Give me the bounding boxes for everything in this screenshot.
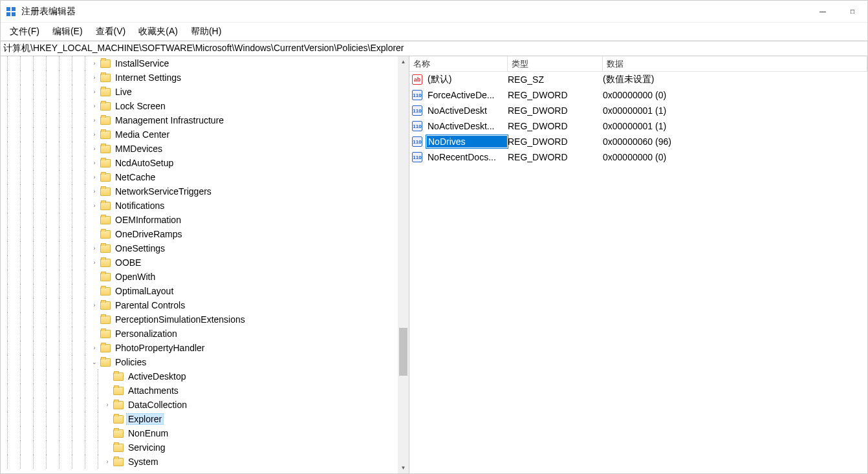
chevron-down-icon[interactable]: ⌄	[90, 358, 99, 367]
tree-node[interactable]: OptimalLayout	[1, 284, 398, 298]
tree-node[interactable]: ›NetworkServiceTriggers	[1, 184, 398, 199]
value-type: REG_DWORD	[508, 136, 603, 147]
folder-icon	[113, 458, 124, 466]
chevron-right-icon[interactable]: ›	[90, 73, 99, 82]
chevron-right-icon[interactable]: ›	[90, 201, 99, 210]
chevron-right-icon[interactable]: ›	[103, 400, 112, 409]
tree-node[interactable]: ›InstallService	[1, 56, 398, 70]
chevron-right-icon[interactable]: ›	[90, 102, 99, 111]
chevron-right-icon[interactable]: ›	[90, 173, 99, 182]
reg-sz-icon: ab	[412, 74, 422, 85]
tree-node[interactable]: PerceptionSimulationExtensions	[1, 312, 398, 327]
col-type[interactable]: 类型	[508, 56, 603, 71]
chevron-right-icon[interactable]: ›	[90, 130, 99, 139]
chevron-right-icon[interactable]: ›	[103, 457, 112, 466]
folder-icon	[100, 74, 111, 82]
tree-node-label: Parental Controls	[113, 299, 187, 311]
values-list[interactable]: ab(默认)REG_SZ(数值未设置)110ForceActiveDe...RE…	[409, 72, 867, 473]
address-bar[interactable]: 计算机\HKEY_LOCAL_MACHINE\SOFTWARE\Microsof…	[1, 41, 867, 56]
tree-node[interactable]: ›OneSettings	[1, 241, 398, 255]
tree-node-label: Live	[113, 86, 134, 98]
tree-node[interactable]: ›OOBE	[1, 255, 398, 270]
tree-node-label: InstallService	[113, 58, 171, 69]
tree-node[interactable]: ›Notifications	[1, 199, 398, 213]
main-split: ›InstallService›Internet Settings›Live›L…	[1, 56, 867, 473]
folder-icon	[113, 415, 124, 424]
tree-node[interactable]: ›NcdAutoSetup	[1, 156, 398, 170]
scroll-down-icon[interactable]: ▼	[398, 462, 409, 473]
tree-node[interactable]: ›Internet Settings	[1, 70, 398, 85]
chevron-right-icon[interactable]: ›	[90, 244, 99, 253]
value-data: 0x00000000 (0)	[603, 152, 867, 162]
value-row[interactable]: 110NoDrivesREG_DWORD0x00000060 (96)	[409, 134, 867, 149]
scroll-up-icon[interactable]: ▲	[398, 56, 409, 67]
tree-node[interactable]: ⌄Policies	[1, 355, 398, 369]
tree-node-label: PhotoPropertyHandler	[113, 342, 207, 354]
tree-node[interactable]: ›Live	[1, 85, 398, 99]
app-icon	[6, 6, 16, 17]
folder-icon	[100, 230, 111, 239]
menu-help[interactable]: 帮助(H)	[184, 23, 228, 40]
tree-node[interactable]: ›NetCache	[1, 170, 398, 184]
col-name[interactable]: 名称	[409, 56, 508, 71]
chevron-right-icon[interactable]: ›	[90, 187, 99, 196]
tree-node[interactable]: ›MMDevices	[1, 142, 398, 156]
chevron-right-icon[interactable]: ›	[90, 144, 99, 153]
tree-node[interactable]: ›Media Center	[1, 127, 398, 142]
tree-scrollbar[interactable]: ▲ ▼	[398, 56, 409, 473]
chevron-right-icon[interactable]: ›	[90, 301, 99, 310]
menu-file[interactable]: 文件(F)	[3, 23, 46, 40]
tree-node[interactable]: OneDriveRamps	[1, 227, 398, 241]
value-row[interactable]: ab(默认)REG_SZ(数值未设置)	[409, 72, 867, 87]
value-data: 0x00000001 (1)	[603, 105, 867, 116]
tree-node-label: Lock Screen	[113, 100, 168, 112]
value-row[interactable]: 110NoRecentDocs...REG_DWORD0x00000000 (0…	[409, 149, 867, 165]
scrollbar-thumb[interactable]	[399, 328, 407, 375]
chevron-right-icon[interactable]: ›	[90, 258, 99, 267]
tree-node-label: OpenWith	[113, 271, 157, 283]
tree-node[interactable]: ›System	[1, 455, 398, 469]
menu-edit[interactable]: 编辑(E)	[46, 23, 89, 40]
value-type: REG_DWORD	[508, 121, 603, 131]
tree-node[interactable]: ›Parental Controls	[1, 298, 398, 312]
col-data[interactable]: 数据	[603, 56, 867, 71]
tree-node-label: Attachments	[126, 385, 180, 396]
tree-node[interactable]: ActiveDesktop	[1, 369, 398, 383]
address-text: 计算机\HKEY_LOCAL_MACHINE\SOFTWARE\Microsof…	[3, 43, 404, 54]
tree-node-label: Personalization	[113, 328, 179, 339]
tree-node-label: Internet Settings	[113, 72, 183, 83]
registry-tree[interactable]: ›InstallService›Internet Settings›Live›L…	[1, 56, 398, 473]
menu-fav[interactable]: 收藏夹(A)	[132, 23, 184, 40]
tree-node-label: NcdAutoSetup	[113, 157, 175, 169]
folder-icon	[100, 173, 111, 182]
chevron-right-icon[interactable]: ›	[90, 343, 99, 352]
value-row[interactable]: 110ForceActiveDe...REG_DWORD0x00000000 (…	[409, 87, 867, 103]
chevron-right-icon[interactable]: ›	[90, 59, 99, 68]
value-row[interactable]: 110NoActiveDesktREG_DWORD0x00000001 (1)	[409, 103, 867, 118]
tree-node[interactable]: Explorer	[1, 412, 398, 426]
tree-node[interactable]: Personalization	[1, 327, 398, 341]
tree-node[interactable]: ›PhotoPropertyHandler	[1, 341, 398, 355]
chevron-right-icon[interactable]: ›	[90, 87, 99, 96]
tree-node[interactable]: ›Lock Screen	[1, 99, 398, 113]
folder-icon	[100, 145, 111, 153]
tree-node[interactable]: Servicing	[1, 440, 398, 455]
minimize-button[interactable]: —	[808, 1, 838, 23]
chevron-right-icon[interactable]: ›	[90, 158, 99, 167]
value-data: 0x00000060 (96)	[603, 136, 867, 147]
menu-view[interactable]: 查看(V)	[89, 23, 133, 40]
value-name: NoDrives	[426, 135, 508, 148]
tree-node[interactable]: ›DataCollection	[1, 398, 398, 412]
value-data: (数值未设置)	[603, 74, 867, 85]
tree-node[interactable]: OpenWith	[1, 270, 398, 284]
tree-node[interactable]: Attachments	[1, 383, 398, 398]
reg-dword-icon: 110	[412, 152, 422, 162]
chevron-right-icon[interactable]: ›	[90, 116, 99, 125]
tree-node[interactable]: NonEnum	[1, 426, 398, 440]
value-row[interactable]: 110NoActiveDeskt...REG_DWORD0x00000001 (…	[409, 118, 867, 134]
tree-node[interactable]: ›Management Infrastructure	[1, 113, 398, 127]
scrollbar-track[interactable]	[398, 67, 409, 462]
tree-node[interactable]: OEMInformation	[1, 213, 398, 227]
maximize-button[interactable]: □	[838, 1, 867, 23]
folder-icon	[100, 301, 111, 310]
